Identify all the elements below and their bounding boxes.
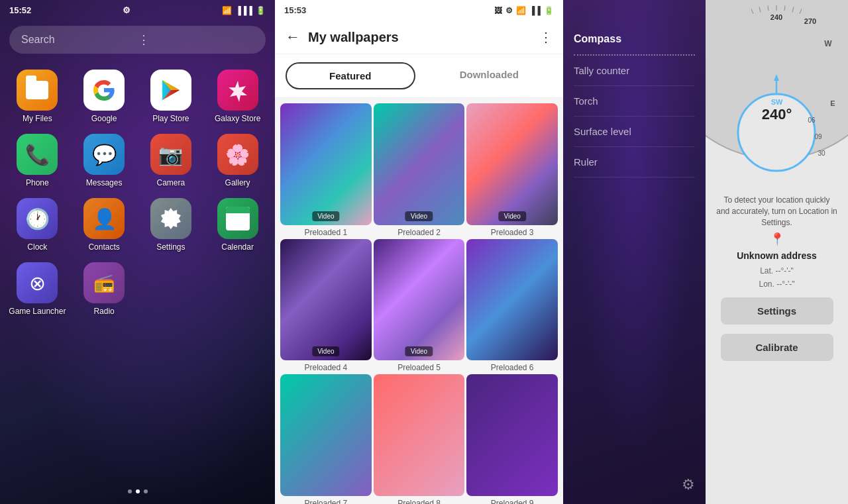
calendar-icon: 21 (217, 198, 258, 239)
svg-text:09: 09 (814, 133, 822, 140)
wp-wifi-icon: 📶 (516, 6, 526, 15)
tools-gear-icon[interactable]: ⚙ (682, 476, 695, 493)
wp-thumb-1: Video (280, 103, 372, 225)
galaxy-store-icon (217, 70, 258, 111)
page-dots (0, 489, 275, 493)
wp-label-8: Preloaded 8 (374, 499, 465, 504)
tools-item-surface[interactable]: Surface level (574, 117, 695, 147)
compass-direction: SW (741, 98, 814, 106)
dot-3 (144, 489, 148, 493)
wp-item-6[interactable]: Preloaded 6 (466, 239, 558, 373)
svg-text:W: W (824, 39, 832, 48)
video-badge-3: Video (498, 211, 525, 221)
app-grid: My Files Google (0, 64, 275, 321)
play-store-svg (158, 77, 184, 103)
wp-back-button[interactable]: ← (286, 28, 300, 46)
wp-label-2: Preloaded 2 (374, 228, 465, 237)
wallpapers-screen: 15:53 🖼 ⚙ 📶 ▐▐ 🔋 ← My wallpapers ⋮ Featu… (275, 0, 563, 504)
dot-2 (136, 489, 140, 493)
battery-icon: 🔋 (256, 6, 266, 15)
wp-thumb-7 (280, 374, 372, 496)
compass-svg: 240 270 W E 06 09 30 (706, 0, 848, 185)
radio-icon: 📻 (83, 262, 125, 303)
play-store-icon (150, 70, 191, 111)
app-settings[interactable]: Settings (140, 198, 202, 252)
app-gallery[interactable]: 🌸 Gallery (207, 134, 268, 187)
wp-item-7[interactable]: Preloaded 7 (280, 374, 372, 504)
wp-thumb-2: Video (374, 103, 465, 225)
compass-dial-container: 240 270 W E 06 09 30 SW 240° (706, 0, 848, 185)
wp-menu-button[interactable]: ⋮ (539, 29, 553, 45)
wallpaper-grid: Video Preloaded 1 Video Preloaded 2 Vide… (275, 98, 563, 504)
svg-text:30: 30 (818, 150, 825, 157)
tools-item-tally[interactable]: Tally counter (574, 56, 695, 86)
app-clock[interactable]: 🕐 Clock (7, 198, 68, 252)
wp-image-icon: 🖼 (494, 6, 502, 15)
wp-item-8[interactable]: Preloaded 8 (374, 374, 465, 504)
contacts-label: Contacts (88, 242, 119, 252)
phone-label: Phone (26, 178, 49, 187)
wp-thumb-9 (466, 374, 558, 496)
app-messages[interactable]: 💬 Messages (74, 134, 135, 187)
compass-info: To detect your location quickly and accu… (706, 185, 848, 504)
video-badge-1: Video (312, 211, 339, 221)
gear-shape (160, 208, 182, 229)
compass-address: Unknown address (737, 250, 817, 261)
video-badge-5: Video (405, 346, 433, 356)
compass-location-icon: 📍 (770, 232, 784, 246)
tools-item-compass[interactable]: Compass (574, 24, 695, 56)
home-status-icons: 📶 ▐▐▐ 🔋 (222, 6, 266, 15)
google-g-svg (92, 78, 116, 102)
app-play-store[interactable]: Play Store (140, 70, 202, 123)
app-phone[interactable]: 📞 Phone (7, 134, 68, 187)
wp-item-3[interactable]: Video Preloaded 3 (466, 103, 558, 237)
app-my-files[interactable]: My Files (7, 70, 68, 123)
wp-label-1: Preloaded 1 (280, 228, 372, 237)
home-screen: 15:52 ⚙ 📶 ▐▐▐ 🔋 Search ⋮ My Files (0, 0, 275, 504)
game-launcher-label: Game Launcher (9, 307, 66, 316)
wp-label-3: Preloaded 3 (466, 228, 558, 237)
my-files-label: My Files (23, 114, 52, 123)
tools-list: Compass Tally counter Torch Surface leve… (563, 11, 706, 504)
clock-label: Clock (27, 242, 47, 252)
wp-battery-icon: 🔋 (544, 6, 554, 15)
app-contacts[interactable]: 👤 Contacts (74, 198, 135, 252)
app-calendar[interactable]: 21 Calendar (207, 198, 268, 252)
tools-screen: Compass Tally counter Torch Surface leve… (563, 0, 706, 504)
search-menu-icon[interactable]: ⋮ (138, 32, 254, 47)
app-galaxy-store[interactable]: Galaxy Store (207, 70, 268, 123)
wp-item-9[interactable]: Preloaded 9 (466, 374, 558, 504)
compass-settings-button[interactable]: Settings (721, 297, 833, 325)
calendar-label: Calendar (221, 242, 254, 252)
compass-lon: Lon. --°-'-" (759, 278, 794, 291)
tools-item-torch[interactable]: Torch (574, 86, 695, 117)
wp-item-4[interactable]: Video Preloaded 4 (280, 239, 372, 373)
wp-header: ← My wallpapers ⋮ (275, 21, 563, 54)
camera-label: Camera (157, 178, 186, 187)
app-camera[interactable]: 📷 Camera (140, 134, 202, 187)
compass-calibrate-button[interactable]: Calibrate (721, 334, 833, 361)
wp-thumb-5: Video (374, 239, 465, 361)
status-bar-wp: 15:53 🖼 ⚙ 📶 ▐▐ 🔋 (275, 0, 563, 21)
messages-icon: 💬 (83, 134, 125, 175)
gallery-label: Gallery (225, 178, 250, 187)
wp-label-7: Preloaded 7 (280, 499, 372, 504)
app-google[interactable]: Google (74, 70, 135, 123)
tools-item-ruler[interactable]: Ruler (574, 147, 695, 177)
tab-featured[interactable]: Featured (286, 62, 415, 89)
compass-readout: SW 240° (741, 98, 814, 123)
wp-title: My wallpapers (308, 30, 531, 45)
tab-downloaded[interactable]: Downloaded (426, 62, 553, 89)
settings-label: Settings (156, 242, 185, 252)
wifi-icon: 📶 (222, 6, 232, 15)
search-bar[interactable]: Search ⋮ (9, 26, 266, 54)
app-game-launcher[interactable]: ⊗ Game Launcher (7, 262, 68, 316)
dot-1 (128, 489, 132, 493)
svg-text:270: 270 (804, 17, 816, 25)
wp-item-5[interactable]: Video Preloaded 5 (374, 239, 465, 373)
galaxy-store-label: Galaxy Store (215, 114, 260, 123)
app-radio[interactable]: 📻 Radio (74, 262, 135, 316)
wp-item-2[interactable]: Video Preloaded 2 (374, 103, 465, 237)
wp-item-1[interactable]: Video Preloaded 1 (280, 103, 372, 237)
wp-label-5: Preloaded 5 (374, 363, 465, 372)
